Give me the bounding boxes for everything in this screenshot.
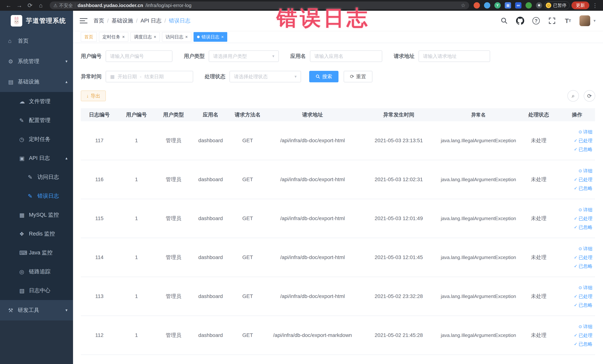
cell-app: dashboard	[192, 199, 229, 238]
sidebar-item-file[interactable]: ☁文件管理	[0, 92, 73, 111]
user-avatar[interactable]	[580, 15, 590, 26]
search-button[interactable]: 搜索	[309, 71, 338, 82]
action-processed[interactable]: ✓已处理	[574, 332, 592, 338]
action-ignored[interactable]: ✓已忽略	[574, 341, 592, 347]
chevron-down-icon[interactable]: ▾	[593, 18, 596, 23]
hamburger-icon[interactable]	[78, 15, 89, 26]
sidebar-item-error-log[interactable]: ✎错误日志	[0, 187, 73, 205]
calendar-icon: ▦	[110, 74, 115, 80]
column-header: 请求方法名	[229, 111, 266, 118]
extension-icon-2[interactable]	[484, 2, 490, 9]
forward-icon[interactable]: →	[15, 1, 24, 10]
column-header: 异常发生时间	[359, 111, 439, 118]
column-header: 请求地址	[266, 111, 359, 118]
table-row: 1161管理员dashboardGET/api/infra/db-doc/exp…	[81, 160, 595, 199]
sidebar-item-devtools[interactable]: ⚒研发工具▾	[0, 300, 73, 320]
process-status-select[interactable]: 请选择处理状态 ▾	[230, 71, 301, 82]
bookmark-star-icon[interactable]: ☆	[461, 2, 465, 9]
tab-error-log[interactable]: 错误日志×	[194, 32, 227, 42]
sidebar-item-config[interactable]: ✎配置管理	[0, 111, 73, 130]
cell-actions: ⊙详细✓已处理✓已忽略	[559, 238, 595, 277]
sidebar-item-trace[interactable]: ◎链路追踪	[0, 262, 73, 281]
request-url-input[interactable]	[418, 50, 490, 62]
cell-user_id: 1	[118, 277, 155, 316]
refresh-table-button[interactable]: ⟳	[584, 90, 595, 102]
action-detail[interactable]: ⊙详细	[579, 168, 592, 174]
hide-search-button[interactable]: ⌕	[568, 90, 579, 102]
action-processed[interactable]: ✓已处理	[574, 138, 592, 144]
logcenter-icon: ▧	[19, 287, 29, 294]
action-detail[interactable]: ⊙详细	[579, 324, 592, 330]
chevron-down-icon: ▾	[272, 54, 274, 59]
breadcrumb-item[interactable]: 首页	[93, 17, 104, 24]
search-icon[interactable]	[500, 16, 509, 25]
action-processed[interactable]: ✓已处理	[574, 293, 592, 299]
back-icon[interactable]: ←	[4, 1, 13, 10]
user-id-input[interactable]	[106, 50, 172, 62]
cell-user_id: 1	[118, 160, 155, 199]
extension-icon-3[interactable]: Y	[494, 2, 501, 9]
extension-icon-1[interactable]	[474, 2, 480, 9]
security-warning[interactable]: ⚠ 不安全	[53, 2, 73, 9]
user-type-select[interactable]: 请选择用户类型 ▾	[209, 50, 279, 62]
text-size-icon[interactable]: TT	[564, 16, 572, 25]
extension-icon-4[interactable]: ▦	[505, 2, 511, 9]
extension-icon-5[interactable]: on	[515, 2, 522, 9]
sidebar-item-job[interactable]: ◷定时任务	[0, 130, 73, 149]
sidebar-item-redis[interactable]: ❖Redis 监控	[0, 224, 73, 243]
close-icon[interactable]: ×	[122, 35, 125, 39]
cell-id: 113	[81, 277, 118, 316]
tools-icon: ⚒	[8, 307, 18, 314]
github-icon[interactable]	[516, 16, 525, 25]
help-icon[interactable]: ?	[532, 16, 541, 25]
fullscreen-icon[interactable]	[548, 16, 557, 25]
sidebar-item-mysql[interactable]: ▦MySQL 监控	[0, 205, 73, 224]
close-icon[interactable]: ×	[221, 35, 224, 39]
extension-icon-7[interactable]: ✱	[536, 2, 542, 9]
extension-icon-6[interactable]	[525, 2, 532, 9]
tab-job[interactable]: 定时任务×	[99, 32, 128, 42]
sidebar-item-api-log[interactable]: ▣API 日志▴	[0, 149, 73, 168]
export-button[interactable]: ↓ 导出	[81, 91, 106, 101]
sidebar-item-java[interactable]: ⌨Java 监控	[0, 243, 73, 262]
tab-home[interactable]: 首页	[81, 32, 97, 42]
sidebar-item-access-log[interactable]: ✎访问日志	[0, 168, 73, 187]
close-icon[interactable]: ×	[185, 35, 188, 39]
reset-button[interactable]: ⟳ 重置	[344, 71, 372, 82]
action-ignored[interactable]: ✓已忽略	[574, 224, 592, 230]
action-processed[interactable]: ✓已处理	[574, 215, 592, 222]
action-detail[interactable]: ⊙详细	[579, 129, 592, 135]
tab-job-log[interactable]: 调度日志×	[130, 32, 160, 42]
action-ignored[interactable]: ✓已忽略	[574, 263, 592, 269]
home-icon[interactable]: ⌂	[36, 1, 45, 10]
trace-icon: ◎	[19, 269, 29, 275]
breadcrumb-item[interactable]: API 日志	[140, 17, 162, 24]
cell-url: /api/infra/db-doc/export-html	[266, 160, 359, 199]
action-detail[interactable]: ⊙详细	[579, 207, 592, 213]
cell-user_type: 管理员	[155, 199, 192, 238]
app-name-input[interactable]	[310, 50, 382, 62]
action-ignored[interactable]: ✓已忽略	[574, 146, 592, 153]
action-ignored[interactable]: ✓已忽略	[574, 302, 592, 308]
refresh-icon[interactable]: ⟳	[26, 1, 35, 10]
breadcrumb-item[interactable]: 基础设施	[112, 17, 133, 24]
address-bar[interactable]: ⚠ 不安全 dashboard.yudao.iocoder.cn /infra/…	[50, 1, 469, 9]
tab-access-log[interactable]: 访问日志×	[162, 32, 191, 42]
close-icon[interactable]: ×	[154, 35, 156, 39]
check-icon: ✓	[574, 303, 577, 308]
sidebar-item-home[interactable]: ⌂首页	[0, 31, 73, 51]
sidebar-item-system[interactable]: ⚙系统管理▾	[0, 51, 73, 71]
action-detail[interactable]: ⊙详细	[579, 246, 592, 252]
exception-time-range[interactable]: ▦ 开始日期 - 结束日期	[106, 71, 193, 82]
logo[interactable]: 芋道管理系统	[0, 11, 73, 31]
action-detail[interactable]: ⊙详细	[579, 285, 592, 291]
browser-menu-icon[interactable]: ⋮	[591, 2, 599, 9]
action-ignored[interactable]: ✓已忽略	[574, 185, 592, 191]
browser-update-button[interactable]: 更新	[571, 1, 589, 9]
sidebar-item-logcenter[interactable]: ▧日志中心	[0, 281, 73, 300]
paused-badge[interactable]: ☺ 已暂停	[544, 1, 570, 9]
check-icon: ✓	[574, 333, 577, 338]
action-processed[interactable]: ✓已处理	[574, 254, 592, 260]
sidebar-item-infra[interactable]: ▤基础设施▴	[0, 71, 73, 92]
action-processed[interactable]: ✓已处理	[574, 176, 592, 183]
